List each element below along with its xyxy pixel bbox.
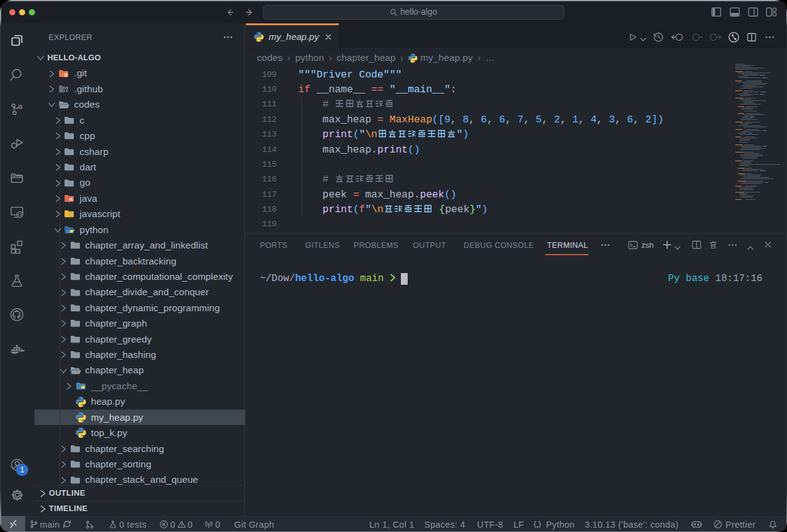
svg-text:JS: JS [69,214,73,217]
